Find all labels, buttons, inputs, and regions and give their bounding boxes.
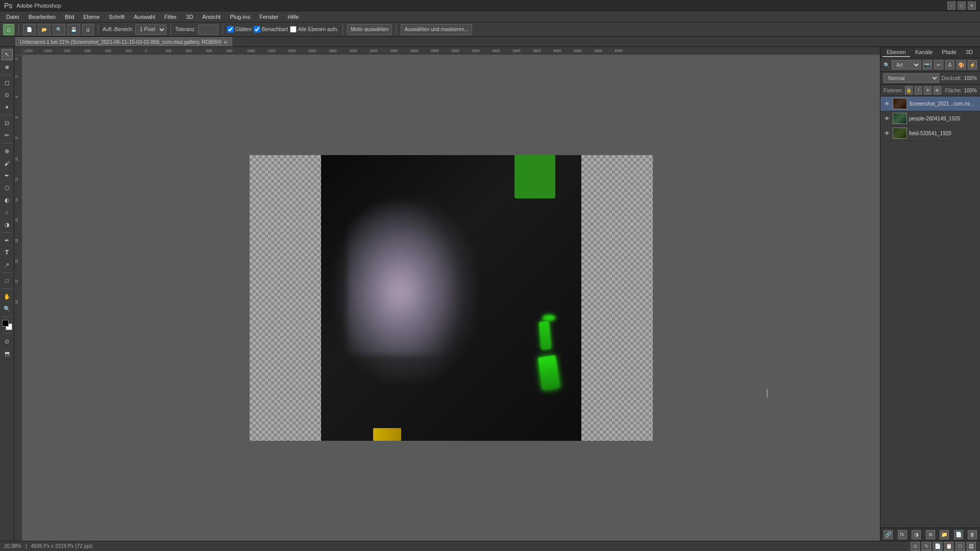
- tab-ebenen[interactable]: Ebenen: [883, 48, 910, 57]
- menu-ansicht[interactable]: Ansicht: [198, 13, 225, 21]
- canvas-viewport[interactable]: [22, 55, 880, 541]
- layer-3-visibility[interactable]: 👁: [884, 130, 891, 137]
- aufl-select[interactable]: 1 Pixel: [135, 24, 166, 35]
- tool-eyedropper[interactable]: ✏: [2, 130, 13, 141]
- layers-header: 🔍 Art 📷 ✏ A 🎨 ⚡: [880, 58, 980, 72]
- tool-dodge[interactable]: ◑: [2, 219, 13, 230]
- auswaehlen-btn[interactable]: Auswählen und maskieren...: [401, 24, 472, 35]
- filter-btn-1[interactable]: 📷: [923, 60, 932, 69]
- fx-btn[interactable]: fx: [898, 530, 907, 539]
- blend-mode-select[interactable]: Normal Multiplizieren Aufhellen: [884, 73, 939, 83]
- status-btn-6[interactable]: 🖼: [967, 542, 976, 551]
- tab-bar: Unbenannt-1 bei 21% (Screenshot_2021-06-…: [0, 37, 980, 47]
- benachbart-checkbox[interactable]: [254, 26, 260, 33]
- tool-screen-mode[interactable]: ⊙: [2, 336, 13, 347]
- new-layer-btn[interactable]: 📄: [954, 530, 963, 539]
- tab-label: Unbenannt-1 bei 21% (Screenshot_2021-06-…: [20, 39, 222, 45]
- toolbar-home-btn[interactable]: ⌂: [3, 24, 14, 35]
- tool-stamp[interactable]: ✒: [2, 170, 13, 181]
- tool-brush[interactable]: 🖌: [2, 158, 13, 169]
- layer-item-2[interactable]: 👁 people-2604149_1920: [880, 111, 980, 126]
- layer-1-visibility[interactable]: 👁: [884, 100, 891, 107]
- filter-btn-2[interactable]: ✏: [934, 60, 943, 69]
- tab-pfade[interactable]: Pfade: [938, 48, 961, 57]
- lock-position-btn[interactable]: ✛: [924, 86, 932, 94]
- menu-plugins[interactable]: Plug-ins: [226, 13, 254, 21]
- menu-datei[interactable]: Datei: [2, 13, 23, 21]
- maximize-button[interactable]: □: [958, 2, 966, 10]
- layer-list: 👁 Screenshot_2021...com.miui.gallery 👁 p…: [880, 96, 980, 528]
- tool-type[interactable]: T: [2, 247, 13, 258]
- toolbar-open-btn[interactable]: 📂: [38, 24, 51, 35]
- layer-item-1[interactable]: 👁 Screenshot_2021...com.miui.gallery: [880, 96, 980, 111]
- layer-2-visibility[interactable]: 👁: [884, 115, 891, 122]
- tool-move[interactable]: ↖: [2, 49, 13, 60]
- lock-all-btn[interactable]: 🔒: [905, 86, 913, 94]
- tool-crop[interactable]: ⊡: [2, 117, 13, 129]
- tool-path[interactable]: ↗: [2, 259, 13, 270]
- status-btn-5[interactable]: ⬡: [955, 542, 965, 551]
- tool-shape[interactable]: □: [2, 275, 13, 286]
- status-zoom: 20.98%: [4, 543, 21, 549]
- tab-kanaele[interactable]: Kanäle: [911, 48, 937, 57]
- filter-btn-4[interactable]: 🎨: [957, 60, 966, 69]
- filter-btn-3[interactable]: A: [945, 60, 954, 69]
- menu-filter[interactable]: Filter: [160, 13, 181, 21]
- fill-value: 100%: [964, 88, 977, 93]
- mask-btn[interactable]: ◑: [912, 530, 921, 539]
- tab-close-btn[interactable]: ✕: [224, 40, 228, 45]
- link-layers-btn[interactable]: 🔗: [884, 530, 893, 539]
- alle-ebenen-checkbox[interactable]: [290, 26, 297, 33]
- tool-artboard[interactable]: ▦: [2, 61, 13, 72]
- filter-btn-5[interactable]: ⚡: [968, 60, 977, 69]
- layer-item-3[interactable]: 👁 field-533541_1920: [880, 126, 980, 141]
- tool-pen[interactable]: ✒: [2, 235, 13, 246]
- lock-artboard-btn[interactable]: ⊕: [934, 86, 941, 94]
- minimize-button[interactable]: –: [947, 2, 955, 10]
- tool-hand[interactable]: ✋: [2, 291, 13, 302]
- menu-bar: Datei Bearbeiten Bild Ebene Schrift Ausw…: [0, 11, 980, 22]
- lock-pixel-btn[interactable]: /: [915, 86, 922, 94]
- active-tab[interactable]: Unbenannt-1 bei 21% (Screenshot_2021-06-…: [15, 37, 232, 46]
- toolbar-new-btn[interactable]: 📄: [23, 24, 36, 35]
- glatten-group: Glätten: [227, 26, 252, 33]
- green-glow-3: [538, 355, 560, 390]
- status-btn-3[interactable]: 📄: [933, 542, 942, 551]
- tool-lasso[interactable]: ⊙: [2, 89, 13, 101]
- tab-3d[interactable]: 3D: [962, 48, 977, 57]
- menu-ebene[interactable]: Ebene: [79, 13, 104, 21]
- group-btn[interactable]: 📁: [940, 530, 949, 539]
- adjustment-btn[interactable]: ⊕: [926, 530, 935, 539]
- menu-fenster[interactable]: Fenster: [255, 13, 282, 21]
- motiv-btn[interactable]: Motiv auswählen: [347, 24, 392, 35]
- tool-marquee[interactable]: ◻: [2, 77, 13, 88]
- toolbar-browse-btn[interactable]: 🔍: [53, 24, 65, 35]
- status-btn-1[interactable]: ⊙: [911, 542, 920, 551]
- menu-auswahl[interactable]: Auswahl: [130, 13, 159, 21]
- tool-heal[interactable]: ⊕: [2, 145, 13, 157]
- glatten-checkbox[interactable]: [227, 26, 234, 33]
- tool-zoom[interactable]: 🔍: [2, 303, 13, 314]
- blend-mode-bar: Normal Multiplizieren Aufhellen Deckraft…: [880, 72, 980, 85]
- status-btn-4[interactable]: 📋: [944, 542, 953, 551]
- toolbar: ⌂ 📄 📂 🔍 💾 🖨 Aufl.-Bereich: 1 Pixel Toler…: [0, 22, 980, 37]
- menu-bearbeiten[interactable]: Bearbeiten: [24, 13, 60, 21]
- status-btn-2[interactable]: ✎: [922, 542, 931, 551]
- toolbar-print-btn[interactable]: 🖨: [82, 24, 94, 35]
- delete-layer-btn[interactable]: 🗑: [968, 530, 977, 539]
- toleranz-input[interactable]: 40: [198, 24, 218, 35]
- tool-frame[interactable]: ⬒: [2, 348, 13, 359]
- toolbar-save-btn[interactable]: 💾: [67, 24, 80, 35]
- menu-3d[interactable]: 3D: [182, 13, 197, 21]
- ruler-vertical: 0 2 4 6 8 10 12 14 16 18 20 22 24: [14, 55, 22, 541]
- menu-schrift[interactable]: Schrift: [105, 13, 129, 21]
- tool-eraser[interactable]: ⬡: [2, 182, 13, 193]
- tool-blur[interactable]: ○: [2, 207, 13, 218]
- panel-bottom: 🔗 fx ◑ ⊕ 📁 📄 🗑: [880, 528, 980, 541]
- menu-bild[interactable]: Bild: [61, 13, 78, 21]
- tool-magic-wand[interactable]: ✦: [2, 102, 13, 113]
- tool-gradient[interactable]: ◐: [2, 194, 13, 206]
- menu-hilfe[interactable]: Hilfe: [283, 13, 303, 21]
- layers-type-filter[interactable]: Art: [892, 60, 921, 69]
- close-button[interactable]: ✕: [968, 2, 976, 10]
